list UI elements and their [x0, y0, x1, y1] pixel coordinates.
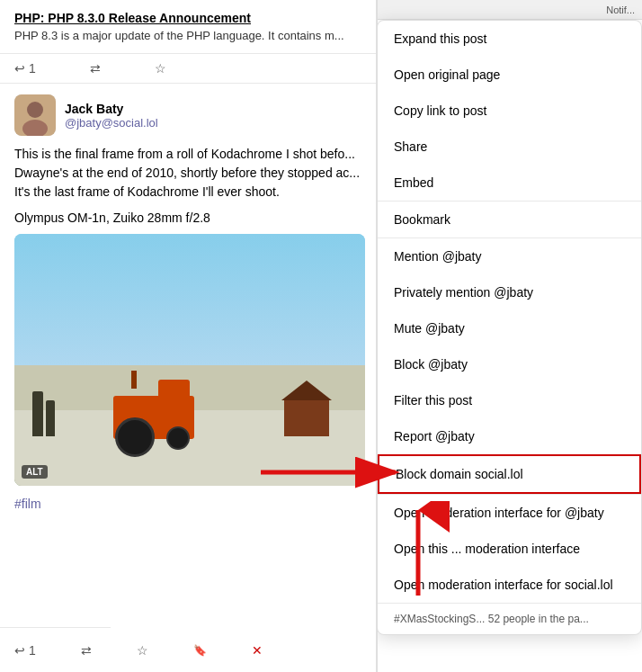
- menu-item-mention[interactable]: Mention @jbaty: [378, 237, 641, 274]
- menu-item-private-mention[interactable]: Privately mention @jbaty: [378, 274, 641, 310]
- dropdown-menu: Expand this post Open original page Copy…: [377, 20, 642, 635]
- menu-item-mod-user[interactable]: Open moderation interface for @jbaty: [378, 494, 641, 531]
- menu-item-bookmark[interactable]: Bookmark: [378, 201, 641, 237]
- right-panel: Notif... Expand this post Open original …: [377, 0, 642, 672]
- bottom-right-info: #XMasStockingS... 52 people in the pa...: [378, 603, 641, 634]
- bottom-bookmark-icon: 🔖: [193, 644, 207, 657]
- php-post: PHP: PHP 8.3.0 Release Announcement PHP …: [0, 0, 376, 54]
- bottom-reply-action[interactable]: ↩ 1: [14, 643, 36, 658]
- menu-item-report[interactable]: Report @jbaty: [378, 418, 641, 454]
- notification-bar: Notif...: [378, 0, 642, 20]
- author-handle[interactable]: @jbaty@social.lol: [65, 116, 158, 130]
- php-post-title[interactable]: PHP: PHP 8.3.0 Release Announcement: [14, 11, 361, 25]
- bottom-star-action[interactable]: ☆: [137, 643, 148, 658]
- menu-item-open-original[interactable]: Open original page: [378, 57, 641, 93]
- post-image: ALT: [14, 234, 365, 486]
- post-header: Jack Baty @jbaty@social.lol: [14, 94, 361, 136]
- bottom-close-action[interactable]: ✕: [252, 643, 263, 658]
- star-icon: ☆: [155, 61, 166, 76]
- bottom-repost-action[interactable]: ⇄: [81, 643, 92, 658]
- bottom-star-icon: ☆: [137, 643, 148, 658]
- image-alt-badge[interactable]: ALT: [22, 465, 48, 479]
- notif-text: Notif...: [606, 4, 635, 15]
- menu-item-mute[interactable]: Mute @jbaty: [378, 310, 641, 346]
- php-post-actions: ↩ 1 ⇄ ☆: [0, 54, 376, 84]
- php-post-desc: PHP 8.3 is a major update of the PHP lan…: [14, 29, 361, 42]
- reply-action[interactable]: ↩ 1: [14, 61, 36, 76]
- bottom-actions: ↩ 1 ⇄ ☆ 🔖 ✕: [0, 627, 111, 672]
- svg-point-1: [27, 102, 43, 118]
- jack-post: Jack Baty @jbaty@social.lol This is the …: [0, 84, 376, 497]
- menu-item-mod-domain[interactable]: Open moderation interface for social.lol: [378, 567, 641, 603]
- post-text: This is the final frame from a roll of K…: [14, 145, 361, 202]
- bottom-repost-icon: ⇄: [81, 643, 92, 658]
- repost-action[interactable]: ⇄: [90, 61, 101, 76]
- menu-item-share[interactable]: Share: [378, 129, 641, 165]
- repost-icon: ⇄: [90, 61, 101, 76]
- star-action[interactable]: ☆: [155, 61, 166, 76]
- camera-info: Olympus OM-1n, Zuiko 28mm f/2.8: [14, 211, 361, 225]
- bottom-reply-count: 1: [29, 643, 36, 658]
- bottom-bookmark-action[interactable]: 🔖: [193, 644, 207, 657]
- avatar[interactable]: [14, 94, 56, 136]
- menu-item-block-domain[interactable]: Block domain social.lol: [378, 454, 641, 494]
- bottom-reply-icon: ↩: [14, 643, 25, 658]
- menu-item-embed[interactable]: Embed: [378, 165, 641, 201]
- menu-item-filter[interactable]: Filter this post: [378, 382, 641, 418]
- tag-link[interactable]: #film: [0, 497, 376, 511]
- main-content: PHP: PHP 8.3.0 Release Announcement PHP …: [0, 0, 377, 672]
- reply-icon: ↩: [14, 61, 25, 76]
- menu-item-copy-link[interactable]: Copy link to post: [378, 93, 641, 129]
- bottom-close-icon: ✕: [252, 643, 263, 658]
- menu-item-expand[interactable]: Expand this post: [378, 21, 641, 57]
- author-info: Jack Baty @jbaty@social.lol: [65, 102, 158, 130]
- menu-item-mod-this[interactable]: Open this ... moderation interface: [378, 531, 641, 567]
- menu-item-block-user[interactable]: Block @jbaty: [378, 346, 641, 382]
- reply-count: 1: [29, 61, 36, 76]
- author-name[interactable]: Jack Baty: [65, 102, 158, 116]
